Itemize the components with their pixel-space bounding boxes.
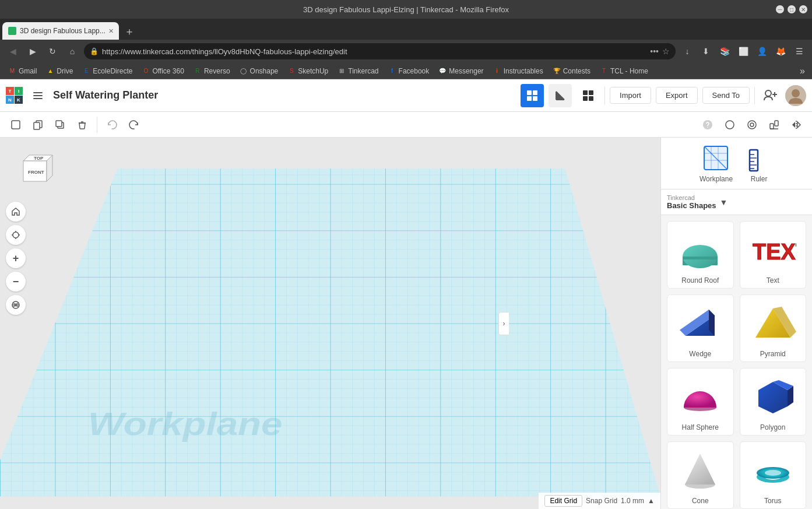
- logo-k-block: K: [15, 96, 23, 104]
- bookmark-tcl[interactable]: T TCL - Home: [596, 66, 652, 76]
- viewport[interactable]: TOP FRONT: [0, 138, 660, 509]
- bookmark-reverso[interactable]: R Reverso: [190, 66, 234, 76]
- bookmark-drive[interactable]: ▲ Drive: [43, 66, 76, 76]
- redo-button[interactable]: [124, 115, 144, 135]
- forward-button[interactable]: ▶: [24, 43, 41, 59]
- hint-button[interactable]: [698, 115, 718, 135]
- menu-icon-button[interactable]: [29, 86, 47, 105]
- bookmark-facebook[interactable]: f Facebook: [385, 66, 433, 76]
- bookmark-messenger[interactable]: 💬 Messenger: [435, 66, 487, 76]
- close-button[interactable]: ✕: [799, 5, 807, 13]
- profile-button[interactable]: 👤: [754, 43, 770, 59]
- security-lock-icon: 🔒: [90, 47, 99, 55]
- delete-button[interactable]: [72, 115, 92, 135]
- toolbar-separator1: [97, 117, 97, 133]
- shape-pyramid[interactable]: Pyramid: [740, 294, 807, 362]
- svg-point-27: [707, 127, 708, 128]
- svg-point-28: [726, 121, 734, 129]
- sync-button[interactable]: ⬜: [735, 43, 751, 59]
- edit-grid-button[interactable]: Edit Grid: [544, 495, 582, 507]
- group-button[interactable]: [764, 115, 784, 135]
- address-options-icon[interactable]: •••: [650, 47, 659, 56]
- bookmark-instructables[interactable]: i Instructables: [490, 66, 547, 76]
- active-tab[interactable]: 3D design Fabulous Lapp... ✕: [2, 22, 119, 40]
- panel-collapse-handle[interactable]: ›: [498, 312, 509, 335]
- new-tab-button[interactable]: ＋: [121, 23, 138, 40]
- url-display: https://www.tinkercad.com/things/llOyv8d…: [102, 47, 646, 56]
- address-bar[interactable]: 🔒 https://www.tinkercad.com/things/llOyv…: [84, 43, 676, 59]
- shape-round-roof[interactable]: Round Roof: [667, 221, 734, 289]
- address-bar-row: ◀ ▶ ↻ ⌂ 🔒 https://www.tinkercad.com/thin…: [0, 40, 812, 63]
- shape-wedge[interactable]: Wedge: [667, 294, 734, 362]
- bookmarks-button[interactable]: 📚: [716, 43, 733, 59]
- ruler-tool[interactable]: Ruler: [744, 143, 774, 183]
- new-object-button[interactable]: [6, 115, 26, 135]
- svg-rect-3: [527, 90, 532, 95]
- ecoledirecte-icon: E: [82, 67, 90, 75]
- round-roof-canvas: [677, 227, 723, 274]
- shape-text[interactable]: TEXT Text: [740, 221, 807, 289]
- bookmark-onshape[interactable]: ◯ Onshape: [236, 66, 282, 76]
- bookmark-ecoledirecte[interactable]: E EcoleDirecte: [79, 66, 136, 76]
- facebook-icon: f: [388, 67, 396, 75]
- svg-marker-35: [792, 122, 795, 128]
- workplane-tool[interactable]: Workplane: [699, 143, 733, 183]
- maximize-button[interactable]: □: [788, 5, 796, 13]
- svg-rect-31: [770, 124, 774, 129]
- add-user-button[interactable]: [760, 85, 781, 106]
- downloads-button[interactable]: ⬇: [698, 43, 714, 59]
- bookmarks-more-button[interactable]: »: [797, 65, 807, 78]
- shape-category-selector[interactable]: Tinkercad Basic Shapes ▼: [661, 189, 812, 215]
- shape-cone[interactable]: Cone: [667, 441, 734, 509]
- header-separator2: [754, 87, 755, 104]
- tinkercad-icon: ⊞: [338, 67, 346, 75]
- export-button[interactable]: Export: [656, 87, 698, 104]
- pyramid-canvas: [750, 301, 796, 347]
- polygon-label: Polygon: [760, 423, 785, 431]
- gmail-icon: M: [8, 67, 16, 75]
- snap-grid-chevron-icon[interactable]: ▲: [648, 497, 655, 505]
- menu-button[interactable]: ☰: [791, 43, 807, 59]
- extensions-button[interactable]: ↓: [679, 43, 695, 59]
- duplicate-button[interactable]: [50, 115, 70, 135]
- shape-torus[interactable]: Torus: [740, 441, 807, 509]
- toolbar-right: [698, 115, 806, 135]
- cone-label: Cone: [692, 497, 709, 505]
- bookmark-contests[interactable]: 🏆 Contests: [549, 66, 594, 76]
- minimize-button[interactable]: ─: [776, 5, 784, 13]
- onshape-icon: ◯: [240, 67, 248, 75]
- reload-button[interactable]: ↻: [44, 43, 61, 59]
- category-dropdown-arrow[interactable]: ▼: [720, 198, 728, 207]
- bookmark-sketchup[interactable]: S SketchUp: [284, 66, 332, 76]
- sendto-button[interactable]: Send To: [702, 87, 750, 104]
- shape-half-sphere[interactable]: Half Sphere: [667, 368, 734, 436]
- contests-icon: 🏆: [553, 67, 561, 75]
- back-button[interactable]: ◀: [5, 43, 21, 59]
- instructables-icon: i: [493, 67, 501, 75]
- bookmark-star-icon[interactable]: ☆: [662, 47, 670, 56]
- bookmark-tinkercad[interactable]: ⊞ Tinkercad: [334, 66, 382, 76]
- import-button[interactable]: Import: [610, 87, 651, 104]
- bookmark-gmail[interactable]: M Gmail: [5, 66, 40, 76]
- user-avatar[interactable]: [785, 85, 806, 106]
- ruler-view-button[interactable]: [549, 84, 572, 107]
- projects-button[interactable]: [577, 84, 600, 107]
- align-button[interactable]: [742, 115, 762, 135]
- copy-button[interactable]: [28, 115, 48, 135]
- main-area: TOP FRONT: [0, 138, 812, 509]
- home-button[interactable]: ⌂: [64, 43, 80, 59]
- grid-view-button[interactable]: [521, 84, 544, 107]
- undo-button[interactable]: [102, 115, 122, 135]
- svg-rect-52: [0, 169, 660, 497]
- app-title: Self Watering Planter: [53, 89, 515, 101]
- tab-favicon: [8, 27, 16, 35]
- tab-close-button[interactable]: ✕: [106, 26, 115, 36]
- half-sphere-canvas: [677, 374, 723, 421]
- svg-rect-21: [34, 122, 40, 129]
- bookmark-office360[interactable]: O Office 360: [138, 66, 187, 76]
- shape-polygon[interactable]: Polygon: [740, 368, 807, 436]
- mirror-button[interactable]: [786, 115, 806, 135]
- firefox-button[interactable]: 🦊: [772, 43, 789, 59]
- shape-button[interactable]: [720, 115, 740, 135]
- svg-point-30: [750, 123, 754, 127]
